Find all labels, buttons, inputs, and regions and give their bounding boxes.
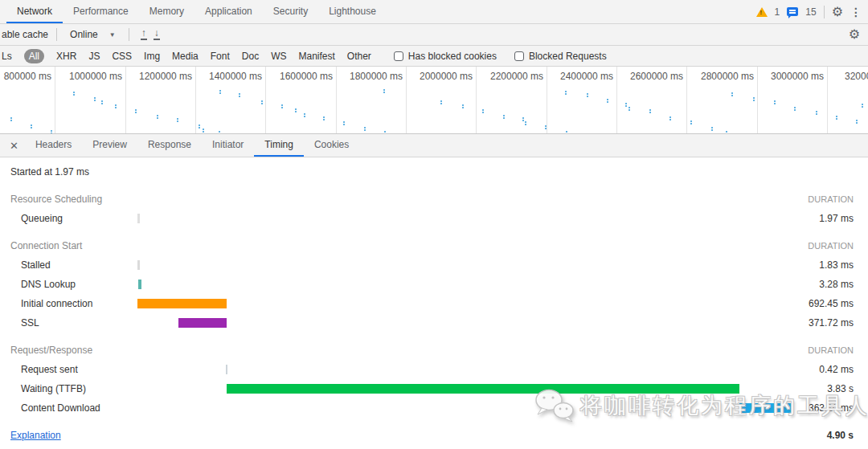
request-dot <box>384 131 386 133</box>
detail-tab-initiator[interactable]: Initiator <box>202 134 254 157</box>
filter-type-other[interactable]: Other <box>347 51 371 62</box>
request-dot <box>522 117 524 119</box>
checkbox-icon[interactable] <box>514 51 524 61</box>
detail-tab-response[interactable]: Response <box>137 134 202 157</box>
filter-type-img[interactable]: Img <box>144 51 160 62</box>
tab-application[interactable]: Application <box>194 0 263 23</box>
request-dot <box>343 121 345 123</box>
toolbar-right-icons: 1 15 ⚙ ⋮ <box>756 6 868 18</box>
request-dot <box>440 100 442 102</box>
request-dot <box>219 131 220 133</box>
explanation-link[interactable]: Explanation <box>10 430 61 441</box>
tab-network[interactable]: Network <box>6 0 63 23</box>
hide-data-urls-label-fragment[interactable]: Ls <box>2 51 12 62</box>
detail-tab-preview[interactable]: Preview <box>82 134 137 157</box>
detail-tab-cookies[interactable]: Cookies <box>304 134 359 157</box>
tab-memory[interactable]: Memory <box>139 0 194 23</box>
total-duration: 4.90 s <box>827 430 854 441</box>
filter-type-ws[interactable]: WS <box>271 51 286 62</box>
timing-bar-request-sent <box>226 365 227 374</box>
request-dot <box>690 120 692 122</box>
filter-type-font[interactable]: Font <box>211 51 230 62</box>
issues-message-icon[interactable] <box>787 7 798 16</box>
request-dot <box>774 100 776 102</box>
timing-row-dns-lookup: DNS Lookup3.28 ms <box>0 275 868 294</box>
timing-row-stalled: Stalled1.83 ms <box>0 255 868 275</box>
timeline-tick-label: 1600000 ms <box>265 71 333 82</box>
request-dot <box>862 104 863 105</box>
tab-security[interactable]: Security <box>263 0 318 23</box>
settings-gear-icon[interactable]: ⚙ <box>832 6 843 18</box>
filter-type-xhr[interactable]: XHR <box>56 51 76 62</box>
request-dot <box>587 93 588 95</box>
filter-type-css[interactable]: CSS <box>112 51 132 62</box>
request-dot <box>625 103 627 104</box>
timeline-tick-label: 1000000 ms <box>55 71 122 82</box>
section-header-request-response: Request/ResponseDURATION <box>0 341 868 360</box>
chevron-down-icon: ▼ <box>109 31 116 39</box>
request-type-filters: AllXHRJSCSSImgMediaFontDocWSManifestOthe… <box>24 46 371 66</box>
filter-checkbox-blocked-requests[interactable]: Blocked Requests <box>514 51 607 62</box>
tab-performance[interactable]: Performance <box>63 0 139 23</box>
request-dot <box>10 117 12 119</box>
filter-checkbox-has-blocked-cookies[interactable]: Has blocked cookies <box>394 51 497 62</box>
timeline-tick-label: 1800000 ms <box>335 71 403 82</box>
filter-bar: Ls AllXHRJSCSSImgMediaFontDocWSManifestO… <box>0 46 868 67</box>
close-icon[interactable]: ✕ <box>3 140 25 152</box>
request-dot <box>726 131 727 133</box>
filter-checkboxes: Has blocked cookiesBlocked Requests <box>394 51 607 62</box>
filter-type-all[interactable]: All <box>24 49 44 63</box>
filter-type-doc[interactable]: Doc <box>242 51 259 62</box>
request-dot <box>177 118 178 120</box>
timing-sections: Resource SchedulingDURATIONQueueing1.97 … <box>0 190 868 418</box>
detail-tab-headers[interactable]: Headers <box>25 134 82 157</box>
divider <box>56 28 57 41</box>
section-header-resource-scheduling: Resource SchedulingDURATION <box>0 190 868 209</box>
duration-column-header: DURATION <box>808 241 854 251</box>
timing-row-request-sent: Request sent0.42 ms <box>0 360 868 379</box>
request-dot <box>295 108 297 110</box>
filter-type-manifest[interactable]: Manifest <box>298 51 334 62</box>
throttling-select[interactable]: Online ▼ <box>70 29 116 40</box>
section-title: Request/Response <box>10 345 92 356</box>
tab-lighthouse[interactable]: Lighthouse <box>318 0 387 23</box>
timing-row-value: 3.83 s <box>827 379 854 398</box>
import-har-icon[interactable]: ↑ <box>141 29 147 40</box>
timeline-tick-label: 3000000 ms <box>756 71 824 82</box>
timeline-tick-label: 1400000 ms <box>194 71 262 82</box>
network-settings-gear-icon[interactable]: ⚙ <box>849 28 860 41</box>
timing-bar-waiting-ttfb <box>227 384 739 394</box>
request-dot <box>31 124 32 126</box>
timeline-tick-label: 2000000 ms <box>405 71 473 82</box>
timing-row-label: Queueing <box>21 209 63 228</box>
warning-icon[interactable] <box>756 7 768 17</box>
request-dot <box>566 131 567 133</box>
warning-count[interactable]: 1 <box>775 6 780 18</box>
request-dot <box>115 104 117 106</box>
timing-row-queueing: Queueing1.97 ms <box>0 209 868 228</box>
timing-row-value: 363.10 ms <box>809 398 854 418</box>
timing-row-ssl: SSL371.72 ms <box>0 313 868 333</box>
devtools-main-toolbar: NetworkPerformanceMemoryApplicationSecur… <box>0 0 868 24</box>
request-dot <box>51 130 52 132</box>
section-header-connection-start: Connection StartDURATION <box>0 236 868 255</box>
request-dot <box>649 109 651 111</box>
export-har-icon[interactable]: ↓ <box>154 29 160 40</box>
timing-bar-stalled <box>137 260 140 270</box>
detail-tab-timing[interactable]: Timing <box>254 134 304 157</box>
timing-row-label: Stalled <box>21 255 51 275</box>
section-title: Resource Scheduling <box>10 194 102 205</box>
issues-count[interactable]: 15 <box>805 6 816 18</box>
kebab-menu-icon[interactable]: ⋮ <box>850 6 862 18</box>
disable-cache-label[interactable]: able cache <box>2 29 48 40</box>
filter-type-media[interactable]: Media <box>172 51 199 62</box>
timing-row-initial-connection: Initial connection692.45 ms <box>0 294 868 313</box>
request-dot <box>525 121 526 123</box>
network-overview-timeline[interactable]: 800000 ms1000000 ms1200000 ms1400000 ms1… <box>0 67 868 134</box>
checkbox-icon[interactable] <box>394 51 403 61</box>
checkbox-label: Blocked Requests <box>529 51 607 62</box>
filter-type-js[interactable]: JS <box>88 51 100 62</box>
request-dot <box>383 89 385 91</box>
request-dot <box>816 111 817 112</box>
timing-row-label: DNS Lookup <box>21 275 76 294</box>
